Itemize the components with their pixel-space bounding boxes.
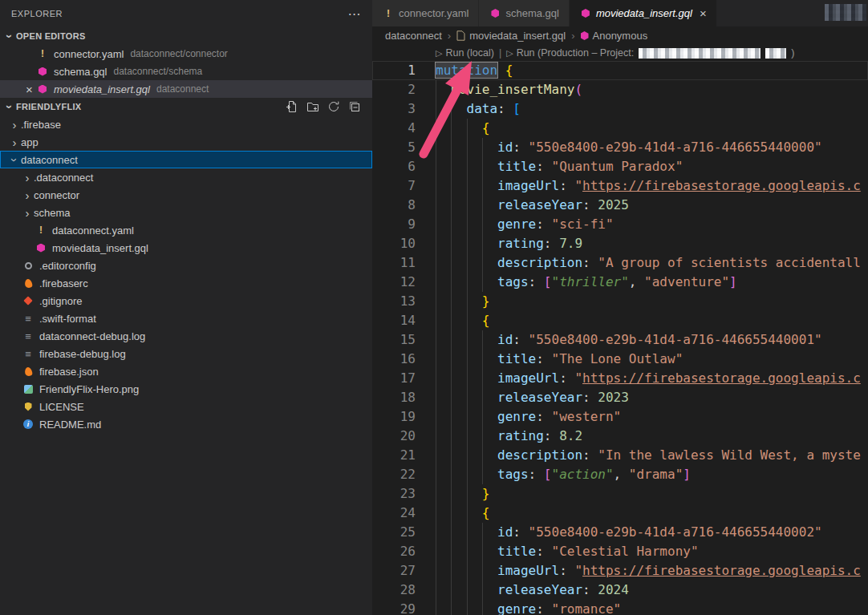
tab[interactable]: schema.gql xyxy=(479,0,569,26)
collapse-all-icon[interactable] xyxy=(348,100,361,113)
line-number[interactable]: 27 xyxy=(372,561,416,581)
line-number[interactable]: 24 xyxy=(372,504,416,523)
code-line[interactable]: 13 } xyxy=(372,292,868,311)
tree-item[interactable]: .editorconfig xyxy=(0,257,372,274)
tab[interactable]: !connector.yaml xyxy=(372,0,479,26)
line-number[interactable]: 7 xyxy=(372,176,416,196)
tree-item[interactable]: app xyxy=(0,133,372,151)
code-line[interactable]: 21 description: "In the lawless Wild Wes… xyxy=(372,446,868,465)
code-editor[interactable]: 1mutation {2 movie_insertMany(3 data: [4… xyxy=(372,61,868,615)
open-editor-item[interactable]: ×moviedata_insert.gqldataconnect xyxy=(0,80,372,98)
tree-item[interactable]: schema xyxy=(0,204,372,221)
line-number[interactable]: 17 xyxy=(372,369,416,388)
code-line[interactable]: 25 id: "550e8400-e29b-41d4-a716-44665544… xyxy=(372,523,868,542)
run-production-button[interactable]: ▷ Run (Production – Project: xyxy=(506,47,634,59)
new-file-icon[interactable] xyxy=(286,100,298,113)
code-line[interactable]: 24 { xyxy=(372,504,868,523)
code-line[interactable]: 15 id: "550e8400-e29b-41d4-a716-44665544… xyxy=(372,330,868,350)
tree-item[interactable]: LICENSE xyxy=(0,398,372,415)
tree-item[interactable]: README.md xyxy=(0,415,372,433)
run-local-button[interactable]: ▷ Run (local) xyxy=(436,47,494,59)
code-line[interactable]: 22 tags: ["action", "drama"] xyxy=(372,465,868,484)
tree-item[interactable]: ≡dataconnect-debug.log xyxy=(0,327,372,345)
code-line[interactable]: 8 releaseYear: 2025 xyxy=(372,196,868,215)
code-line[interactable]: 7 imageUrl: "https://firebasestorage.goo… xyxy=(372,176,868,196)
line-number[interactable]: 14 xyxy=(372,311,416,330)
close-icon[interactable]: × xyxy=(700,6,707,20)
line-number[interactable]: 16 xyxy=(372,350,416,369)
line-number[interactable]: 3 xyxy=(372,99,416,119)
open-editors-list: !connector.yamldataconnect/connectorsche… xyxy=(0,45,372,98)
line-number[interactable]: 29 xyxy=(372,600,416,615)
line-number[interactable]: 1 xyxy=(372,61,416,80)
line-number[interactable]: 9 xyxy=(372,215,416,234)
tree-item[interactable]: !dataconnect.yaml xyxy=(0,221,372,239)
tree-item[interactable]: FriendlyFlix-Hero.png xyxy=(0,380,372,398)
tree-item[interactable]: .gitignore xyxy=(0,292,372,310)
line-number[interactable]: 21 xyxy=(372,446,416,465)
line-number[interactable]: 2 xyxy=(372,80,416,99)
code-line[interactable]: 2 movie_insertMany( xyxy=(372,80,868,99)
code-line[interactable]: 1mutation { xyxy=(372,61,868,80)
tab[interactable]: moviedata_insert.gql× xyxy=(570,0,717,26)
code-line[interactable]: 29 genre: "romance" xyxy=(372,600,868,615)
code-line[interactable]: 20 rating: 8.2 xyxy=(372,427,868,446)
line-number[interactable]: 23 xyxy=(372,484,416,504)
code-line[interactable]: 17 imageUrl: "https://firebasestorage.go… xyxy=(372,369,868,388)
line-number[interactable]: 25 xyxy=(372,523,416,542)
code-line[interactable]: 6 title: "Quantum Paradox" xyxy=(372,157,868,176)
open-editors-header[interactable]: OPEN EDITORS xyxy=(0,27,372,45)
line-number[interactable]: 5 xyxy=(372,138,416,157)
code-line[interactable]: 5 id: "550e8400-e29b-41d4-a716-446655440… xyxy=(372,138,868,157)
tree-item[interactable]: .firebase xyxy=(0,115,372,133)
line-number[interactable]: 4 xyxy=(372,119,416,138)
tree-item[interactable]: ≡firebase-debug.log xyxy=(0,345,372,362)
code-line[interactable]: 18 releaseYear: 2023 xyxy=(372,388,868,407)
line-number[interactable]: 10 xyxy=(372,234,416,253)
code-line[interactable]: 4 { xyxy=(372,119,868,138)
tree-item[interactable]: connector xyxy=(0,186,372,204)
line-number[interactable]: 15 xyxy=(372,330,416,350)
line-number[interactable]: 22 xyxy=(372,465,416,484)
code-line[interactable]: 10 rating: 7.9 xyxy=(372,234,868,253)
new-folder-icon[interactable] xyxy=(306,100,319,113)
tree-item[interactable]: dataconnect xyxy=(0,151,372,168)
code-line[interactable]: 27 imageUrl: "https://firebasestorage.go… xyxy=(372,561,868,581)
line-number[interactable]: 8 xyxy=(372,196,416,215)
line-number[interactable]: 6 xyxy=(372,157,416,176)
code-line[interactable]: 9 genre: "sci-fi" xyxy=(372,215,868,234)
tree-item[interactable]: firebase.json xyxy=(0,362,372,380)
tree-item[interactable]: .firebaserc xyxy=(0,274,372,292)
code-line[interactable]: 16 title: "The Lone Outlaw" xyxy=(372,350,868,369)
code-line[interactable]: 19 genre: "western" xyxy=(372,407,868,427)
open-editor-item[interactable]: !connector.yamldataconnect/connector xyxy=(0,45,372,63)
code-line[interactable]: 3 data: [ xyxy=(372,99,868,119)
line-number[interactable]: 18 xyxy=(372,388,416,407)
code-line[interactable]: 28 releaseYear: 2024 xyxy=(372,581,868,600)
tree-item[interactable]: ≡.swift-format xyxy=(0,310,372,327)
tree-item[interactable]: moviedata_insert.gql xyxy=(0,239,372,257)
line-number[interactable]: 13 xyxy=(372,292,416,311)
refresh-icon[interactable] xyxy=(327,100,340,113)
open-editor-item[interactable]: schema.gqldataconnect/schema xyxy=(0,63,372,80)
code-line[interactable]: 23 } xyxy=(372,484,868,504)
line-number[interactable]: 12 xyxy=(372,273,416,292)
project-header[interactable]: FRIENDLYFLIX xyxy=(0,98,372,115)
code-line[interactable]: 14 { xyxy=(372,311,868,330)
tree-item[interactable]: .dataconnect xyxy=(0,168,372,186)
line-number[interactable]: 11 xyxy=(372,253,416,273)
breadcrumb-item-file[interactable]: moviedata_insert.gql xyxy=(456,30,566,42)
line-number[interactable]: 19 xyxy=(372,407,416,427)
breadcrumb-item-operation[interactable]: Anonymous xyxy=(581,30,648,42)
code-line[interactable]: 12 tags: ["thriller", "adventure"] xyxy=(372,273,868,292)
code-line[interactable]: 11 description: "A group of scientists a… xyxy=(372,253,868,273)
line-number[interactable]: 28 xyxy=(372,581,416,600)
file-name: .firebase xyxy=(21,119,61,131)
breadcrumb-item-folder[interactable]: dataconnect xyxy=(385,30,442,42)
code-line[interactable]: 26 title: "Celestial Harmony" xyxy=(372,542,868,561)
line-number[interactable]: 26 xyxy=(372,542,416,561)
more-actions-icon[interactable]: ⋯ xyxy=(348,6,362,22)
close-icon[interactable]: × xyxy=(22,83,36,95)
file-name: .swift-format xyxy=(39,313,96,325)
line-number[interactable]: 20 xyxy=(372,427,416,446)
